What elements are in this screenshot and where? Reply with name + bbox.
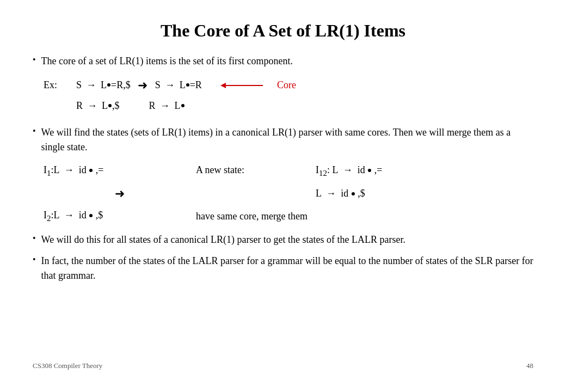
bullet-item-4: • In fact, the number of the states of t…: [33, 254, 533, 283]
i1-arrow: →: [61, 164, 76, 175]
ex-row-1: Ex: S → L =R,$ ➜ S → L =R: [44, 75, 533, 95]
i2-label: I2:L: [44, 210, 59, 220]
ex-implies: ➜: [138, 75, 147, 95]
ex-l-left2: L: [102, 97, 108, 114]
footer-course: CS308 Compiler Theory: [33, 362, 102, 370]
a-new-state-block: A new state:: [196, 161, 316, 179]
content-area: • The core of a set of LR(1) items is th…: [33, 54, 533, 357]
i12-dot: [368, 169, 371, 172]
bullet-text-4: In fact, the number of the states of the…: [41, 254, 533, 283]
ex-arrow-2: →: [163, 77, 177, 94]
i1-label: I1:L: [44, 164, 59, 175]
ex-l-right: L: [180, 77, 186, 94]
ex-l-right2: L: [175, 97, 181, 114]
slide-title: The Core of A Set of LR(1) Items: [33, 21, 533, 41]
bullet-item-3: • We will do this for all states of a ca…: [33, 232, 533, 247]
states-block: I1:L → id ,= A new state: I12: L → id ,=: [44, 161, 533, 226]
ex-arrow-4: →: [158, 97, 173, 114]
bullet-text-1: The core of a set of LR(1) items is the …: [41, 54, 293, 69]
ex-r-right: R: [149, 97, 156, 114]
i2-arrow: →: [61, 210, 76, 220]
ex-l-left: L: [101, 77, 107, 94]
i12-label: I12: L: [316, 164, 338, 175]
ex-dot-3: [108, 104, 112, 107]
i2-merge-label: have same core, merge them: [196, 211, 307, 222]
bullet-text-3: We will do this for all states of a cano…: [41, 232, 405, 247]
footer-page: 48: [526, 362, 533, 370]
a-new-state-label: A new state:: [196, 164, 244, 175]
ex-eq-r: =R: [190, 77, 202, 94]
i2-block: I2:L → id ,$: [44, 206, 196, 226]
core-label: Core: [277, 77, 296, 94]
bullet-dot-2: •: [33, 126, 36, 136]
i12-l-label: L: [316, 188, 321, 199]
ex-label: Ex:: [44, 77, 76, 94]
i12-arrow: →: [340, 164, 355, 175]
i2-merge-text: have same core, merge them: [196, 207, 307, 225]
ex-comma-dollar: ,$: [112, 97, 120, 114]
example-block: Ex: S → L =R,$ ➜ S → L =R: [44, 75, 533, 117]
i2-sub: 2: [47, 214, 51, 223]
states-row-1: I1:L → id ,= A new state: I12: L → id ,=: [44, 161, 533, 181]
i12-l-dot: [352, 192, 355, 195]
i1-dot: [89, 169, 93, 172]
bullet-dot-1: •: [33, 55, 36, 65]
i1-block: I1:L → id ,=: [44, 161, 196, 181]
i2-row: I2:L → id ,$ have same core, merge them: [44, 206, 533, 226]
bullet-dot-4: •: [33, 255, 36, 265]
slide-container: The Core of A Set of LR(1) Items • The c…: [0, 0, 566, 392]
i2-id: id: [79, 210, 87, 220]
bullet-text-2: We will find the states (sets of LR(1) i…: [41, 125, 533, 155]
i12-l-id: id: [341, 188, 348, 199]
i12-sub: 12: [319, 169, 327, 177]
implies-i12-row: ➜ L → id ,$: [44, 183, 533, 205]
back-arrow: [220, 81, 264, 90]
i12-l-lookahead: ,$: [358, 188, 365, 199]
i1-lookahead: ,=: [96, 164, 104, 175]
bullet-item-2: • We will find the states (sets of LR(1)…: [33, 125, 533, 155]
i12-l-row: L → id ,$: [316, 185, 365, 202]
implies-symbol: ➜: [115, 183, 125, 205]
i1-sub: 1: [47, 169, 51, 177]
implies-col: ➜: [44, 183, 196, 205]
svg-marker-1: [220, 83, 226, 88]
i12-id: id: [358, 164, 365, 175]
i12-lookahead: ,=: [374, 164, 383, 175]
ex-dot-4: [181, 104, 184, 107]
i1-id: id: [79, 164, 87, 175]
ex-dot-2: [186, 83, 189, 87]
i2-dot: [89, 214, 93, 217]
footer: CS308 Compiler Theory 48: [33, 357, 533, 370]
ex-row-2: R → L ,$ R → L: [44, 97, 533, 114]
ex-arrow-3: →: [85, 97, 100, 114]
ex-dot-1: [107, 83, 110, 87]
bullet-item-1: • The core of a set of LR(1) items is th…: [33, 54, 533, 69]
i12-l-arrow: →: [324, 188, 339, 199]
i12-block-right: I12: L → id ,=: [316, 161, 383, 181]
ex-arrow-1: →: [84, 77, 99, 94]
ex-eq-r-dollar: =R,$: [111, 77, 131, 94]
ex-s-right: S: [155, 77, 161, 94]
ex-s-left: S: [76, 77, 82, 94]
bullet-dot-3: •: [33, 234, 36, 243]
i2-lookahead: ,$: [96, 210, 103, 220]
ex-r-left: R: [76, 97, 83, 114]
ex-spacer: [44, 97, 76, 114]
